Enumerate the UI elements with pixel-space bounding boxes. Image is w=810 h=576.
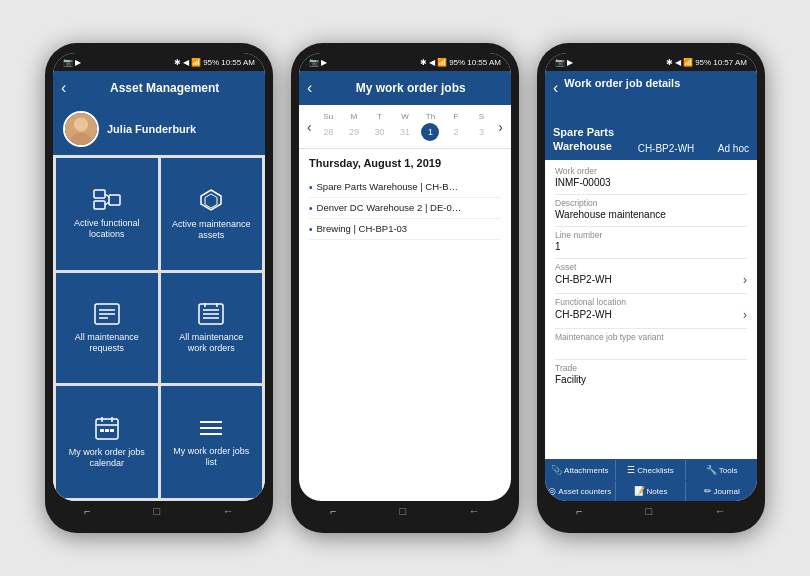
day-sat: S 3: [473, 112, 491, 141]
phone-2-back-btn[interactable]: ←: [469, 505, 480, 519]
detail-title-area: Work order job details: [564, 77, 749, 89]
phone-3-recent-btn[interactable]: ⌐: [576, 505, 582, 519]
job-bullet-1: •: [309, 182, 313, 193]
day-thu[interactable]: Th 1: [421, 112, 439, 141]
tile-active-func-loc[interactable]: Active functionallocations: [56, 158, 158, 270]
phone-1-bottom-nav: ⌐ □ ←: [53, 501, 265, 523]
field-func-location-value: CH-BP2-WH: [555, 309, 612, 320]
tile-all-maint-work-orders[interactable]: All maintenancework orders: [161, 273, 263, 383]
phone-2-home-btn[interactable]: □: [399, 505, 406, 519]
field-maint-job-type-label: Maintenance job type variant: [555, 332, 747, 342]
phone-2: 📷 ▶ ✱ ◀ 📶 95% 10:55 AM ‹ My work order j…: [291, 43, 519, 533]
p2-status-signal: ✱ ◀ 📶 95%: [420, 58, 466, 67]
day-mon: M 29: [345, 112, 363, 141]
date-heading: Thursday, August 1, 2019: [299, 149, 511, 173]
phone-2-screen: 📷 ▶ ✱ ◀ 📶 95% 10:55 AM ‹ My work order j…: [299, 53, 511, 501]
tile-active-maint-assets[interactable]: Active maintenanceassets: [161, 158, 263, 270]
tab-attachments[interactable]: 📎 Attachments: [545, 460, 616, 480]
field-maint-job-type: Maintenance job type variant: [555, 332, 747, 353]
detail-body: Work order INMF-00003 Description Wareho…: [545, 160, 757, 459]
p3-status-right: ✱ ◀ 📶 95% 10:57 AM: [666, 58, 748, 67]
tab-attachments-label: Attachments: [564, 466, 608, 475]
phone-2-status-bar: 📷 ▶ ✱ ◀ 📶 95% 10:55 AM: [299, 53, 511, 71]
field-asset[interactable]: Asset CH-BP2-WH ›: [555, 262, 747, 287]
svg-marker-8: [201, 190, 221, 210]
phone-2-nav-bar: ‹ My work order jobs: [299, 71, 511, 105]
day-fri: F 2: [447, 112, 465, 141]
svg-rect-26: [110, 429, 114, 432]
func-location-chevron-icon[interactable]: ›: [743, 308, 747, 322]
divider-6: [555, 359, 747, 360]
phone-1-nav-bar: ‹ Asset Management: [53, 71, 265, 105]
phone-1-back-button[interactable]: ‹: [61, 79, 66, 97]
job-item-3[interactable]: • Brewing | CH-BP1-03: [309, 219, 501, 240]
phone-2-back-button[interactable]: ‹: [307, 79, 312, 97]
svg-rect-4: [94, 201, 105, 209]
field-description: Description Warehouse maintenance: [555, 198, 747, 220]
field-maint-job-type-value: [555, 343, 747, 353]
field-line-number-value: 1: [555, 241, 747, 252]
divider-2: [555, 226, 747, 227]
job-item-2[interactable]: • Denver DC Warehouse 2 | DE-0…: [309, 198, 501, 219]
phone-1-back-btn[interactable]: ←: [223, 505, 234, 519]
p2-status-left: 📷 ▶: [309, 58, 327, 67]
menu-grid: Active functionallocations Active mainte…: [53, 155, 265, 501]
field-work-order-value: INMF-00003: [555, 177, 747, 188]
p3-status-signal: ✱ ◀ 📶 95%: [666, 58, 712, 67]
status-right: ✱ ◀ 📶 95% 10:55 AM: [174, 58, 256, 67]
p2-status-icons: 📷 ▶: [309, 58, 327, 67]
tile-work-order-calendar[interactable]: My work order jobscalendar: [56, 386, 158, 498]
detail-sub-header: Spare PartsWarehouse CH-BP2-WH Ad hoc: [545, 121, 757, 160]
phone-3-status-bar: 📷 ▶ ✱ ◀ 📶 95% 10:57 AM: [545, 53, 757, 71]
tile-maint-work-orders-icon: [198, 303, 224, 328]
phone-1-title: Asset Management: [72, 81, 257, 95]
job-item-1[interactable]: • Spare Parts Warehouse | CH-B…: [309, 177, 501, 198]
field-trade-label: Trade: [555, 363, 747, 373]
p3-status-time: 10:57 AM: [713, 58, 747, 67]
detail-main-title: Work order job details: [564, 77, 749, 89]
phone-2-recent-btn[interactable]: ⌐: [330, 505, 336, 519]
phone-1-screen: 📷 ▶ ✱ ◀ 📶 95% 10:55 AM ‹ Asset Managemen…: [53, 53, 265, 501]
phone-3-back-button[interactable]: ‹: [553, 79, 558, 97]
tab-journal[interactable]: ✏ Journal: [686, 481, 757, 501]
tab-tools[interactable]: 🔧 Tools: [686, 460, 757, 480]
svg-rect-24: [100, 429, 104, 432]
calendar-days: Su 28 M 29 T 30 W 31: [312, 109, 499, 144]
phone-1-home-btn[interactable]: □: [153, 505, 160, 519]
status-time: 10:55 AM: [221, 58, 255, 67]
field-description-label: Description: [555, 198, 747, 208]
tab-asset-counters-label: Asset counters: [558, 487, 611, 496]
phone-1-profile: Julia Funderburk: [53, 105, 265, 155]
tile-all-maint-requests[interactable]: All maintenancerequests: [56, 273, 158, 383]
phone-3-bottom-nav: ⌐ □ ←: [545, 501, 757, 523]
job-bullet-2: •: [309, 203, 313, 214]
journal-icon: ✏: [704, 486, 712, 496]
checklists-icon: ☰: [627, 465, 635, 475]
calendar-next-button[interactable]: ›: [498, 119, 503, 135]
tab-asset-counters[interactable]: ◎ Asset counters: [545, 481, 616, 501]
field-work-order-label: Work order: [555, 166, 747, 176]
phone-3-home-btn[interactable]: □: [645, 505, 652, 519]
field-func-location-row: CH-BP2-WH ›: [555, 308, 747, 322]
tile-work-order-list[interactable]: My work order jobslist: [161, 386, 263, 498]
tile-func-loc-label: Active functionallocations: [74, 218, 140, 240]
field-work-order: Work order INMF-00003: [555, 166, 747, 188]
divider-3: [555, 258, 747, 259]
svg-point-1: [74, 117, 88, 131]
asset-chevron-icon[interactable]: ›: [743, 273, 747, 287]
tab-notes[interactable]: 📝 Notes: [616, 481, 687, 501]
job-label-1: Spare Parts Warehouse | CH-B…: [317, 181, 459, 192]
tab-notes-label: Notes: [647, 487, 668, 496]
status-signal: ✱ ◀ 📶 95%: [174, 58, 220, 67]
field-func-location[interactable]: Functional location CH-BP2-WH ›: [555, 297, 747, 322]
tab-checklists[interactable]: ☰ Checklists: [616, 460, 687, 480]
tile-calendar-label: My work order jobscalendar: [69, 447, 145, 469]
status-icons: 📷 ▶: [63, 58, 81, 67]
detail-adhoc: Ad hoc: [718, 143, 749, 154]
tab-tools-label: Tools: [719, 466, 738, 475]
tab-checklists-label: Checklists: [637, 466, 673, 475]
svg-marker-9: [205, 194, 217, 208]
tile-maint-requests-icon: [94, 303, 120, 328]
phone-1-recent-btn[interactable]: ⌐: [84, 505, 90, 519]
phone-3-back-btn[interactable]: ←: [715, 505, 726, 519]
